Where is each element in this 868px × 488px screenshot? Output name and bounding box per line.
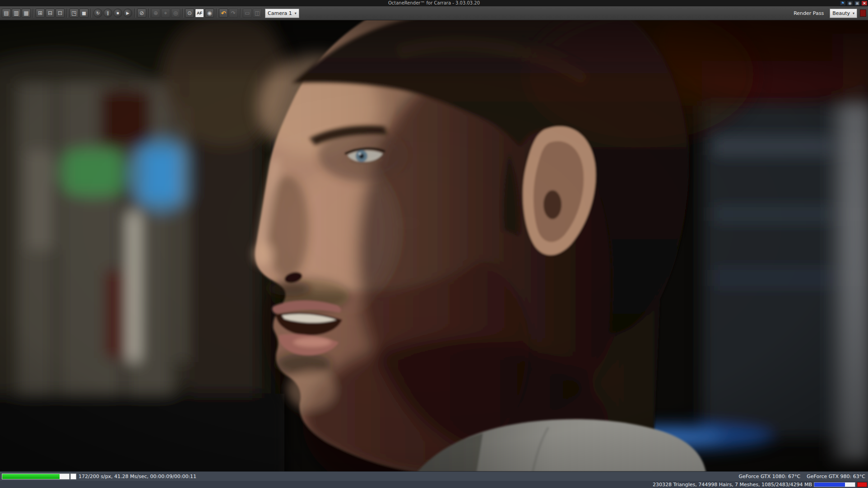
focus-picker-icon[interactable]: ⊙: [185, 9, 194, 18]
statusbar: 172/200 s/px, 41.28 Ms/sec, 00:00:09/00:…: [0, 471, 868, 481]
paste-icon[interactable]: ⊟: [46, 9, 55, 18]
gpu-temps: GeForce GTX 1080: 67°C GeForce GTX 980: …: [738, 474, 866, 479]
save-icon[interactable]: ▥: [12, 9, 21, 18]
object-picker-icon[interactable]: ⌖: [161, 9, 170, 18]
toolbar-separator: [149, 9, 149, 18]
toolbar: ▤ ▥ ▦ ⊞ ⊟ ⊡ ◳ ◼ ↻ ∥ ■ ▶ ⊘ ⊕ ⌖ ◎ ⊙ AF ◉ ↶…: [0, 6, 868, 20]
vram-usage-fill: [814, 483, 845, 487]
resume-render-icon[interactable]: ▶: [123, 9, 132, 18]
render-pass-label: Render Pass: [794, 10, 824, 16]
render-image: [0, 20, 868, 471]
autofocus-icon[interactable]: AF: [195, 9, 204, 18]
toolbar-separator: [33, 9, 33, 18]
stop-render-icon[interactable]: ■: [113, 9, 122, 18]
chevron-down-icon: ▾: [853, 11, 854, 15]
film-settings-icon[interactable]: ◼: [79, 9, 88, 18]
panels-icon[interactable]: ▣: [854, 0, 860, 6]
gpu-980-temp: GeForce GTX 980: 63°C: [807, 474, 865, 479]
restart-render-icon[interactable]: ↻: [93, 9, 102, 18]
pin-icon[interactable]: ⚑: [840, 0, 846, 6]
octane-render-window: OctaneRender™ for Carrara - 3.03.03.20 ⚑…: [0, 0, 868, 488]
eye-icon[interactable]: ◉: [847, 0, 853, 6]
toolbar-separator: [216, 9, 217, 18]
save-as-icon[interactable]: ▦: [22, 9, 31, 18]
toolbar-separator: [91, 9, 91, 18]
vignette-overlay: [0, 20, 868, 471]
window-title: OctaneRender™ for Carrara - 3.03.03.20: [0, 0, 868, 6]
redo-icon[interactable]: ↷: [229, 9, 238, 18]
titlebar-icons: ⚑ ◉ ▣ ×: [840, 0, 868, 6]
vram-usage-bar: [814, 482, 855, 487]
infobar: 230328 Triangles, 744998 Hairs, 7 Meshes…: [0, 481, 868, 488]
render-stats-text: 172/200 s/px, 41.28 Ms/sec, 00:00:09/00:…: [79, 474, 196, 479]
lock-resolution-icon[interactable]: ⊘: [137, 9, 146, 18]
render-progress-bar: [2, 474, 70, 479]
pause-render-icon[interactable]: ∥: [103, 9, 112, 18]
camera-select-value: Camera 1: [268, 10, 292, 16]
white-balance-picker-icon[interactable]: ◎: [171, 9, 180, 18]
undo-icon[interactable]: ↶: [219, 9, 228, 18]
render-progress-fill: [2, 474, 60, 479]
error-indicator-icon[interactable]: [860, 9, 866, 17]
progress-detail-box[interactable]: [70, 474, 76, 479]
material-picker-icon[interactable]: ⊕: [151, 9, 160, 18]
vram-alert-indicator: [857, 482, 867, 487]
toolbar-separator: [67, 9, 67, 18]
close-icon[interactable]: ×: [861, 0, 868, 6]
toolbar-separator: [182, 9, 183, 18]
open-icon[interactable]: ▤: [2, 9, 11, 18]
render-region-icon[interactable]: ▭: [243, 9, 252, 18]
region-zoom-icon[interactable]: ◉: [205, 9, 214, 18]
camera-select[interactable]: Camera 1 ▾: [265, 9, 299, 18]
clone-icon[interactable]: ⊡: [56, 9, 65, 18]
copy-icon[interactable]: ⊞: [36, 9, 45, 18]
chevron-down-icon: ▾: [295, 11, 297, 15]
export-image-icon[interactable]: ◳: [70, 9, 79, 18]
scene-stats-text: 230328 Triangles, 744998 Hairs, 7 Meshes…: [653, 482, 812, 488]
titlebar: OctaneRender™ for Carrara - 3.03.03.20 ⚑…: [0, 0, 868, 6]
toolbar-separator: [240, 9, 241, 18]
render-pass-value: Beauty: [832, 10, 850, 16]
subframe-icon[interactable]: ◫: [253, 9, 262, 18]
render-pass-select[interactable]: Beauty ▾: [830, 9, 857, 18]
render-viewport[interactable]: [0, 20, 868, 471]
toolbar-separator: [135, 9, 135, 18]
gpu-1080-temp: GeForce GTX 1080: 67°C: [738, 474, 800, 479]
